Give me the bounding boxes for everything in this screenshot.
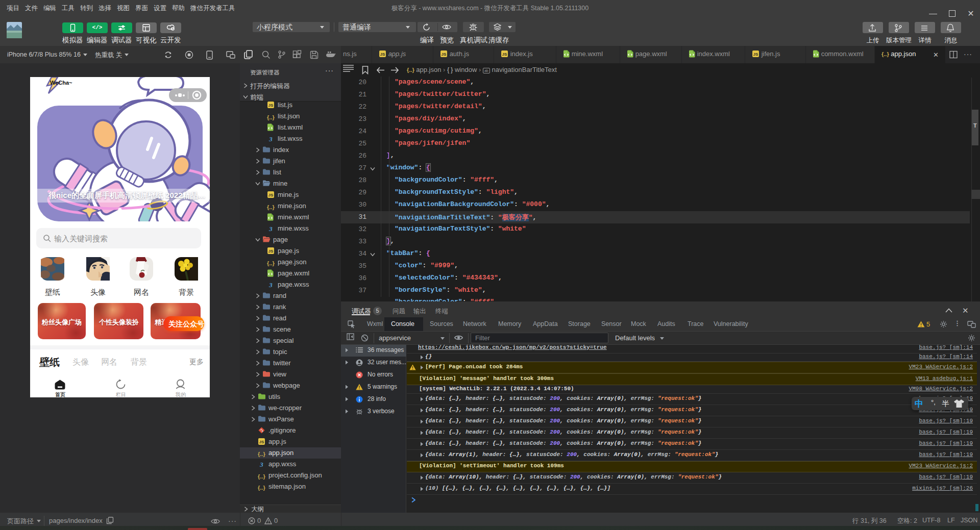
svg-text:JS: JS — [268, 249, 274, 254]
svg-text:JS: JS — [502, 52, 507, 57]
svg-text:3: 3 — [268, 225, 273, 233]
svg-text:JS: JS — [380, 52, 385, 57]
svg-text:3: 3 — [259, 461, 263, 468]
svg-text:JS: JS — [268, 193, 274, 197]
svg-text:JS: JS — [268, 103, 274, 108]
svg-text:JS: JS — [259, 440, 264, 444]
svg-text:3: 3 — [268, 281, 273, 289]
svg-text:JS: JS — [753, 52, 758, 57]
svg-text:3: 3 — [268, 135, 273, 143]
svg-text:JS: JS — [442, 52, 447, 57]
